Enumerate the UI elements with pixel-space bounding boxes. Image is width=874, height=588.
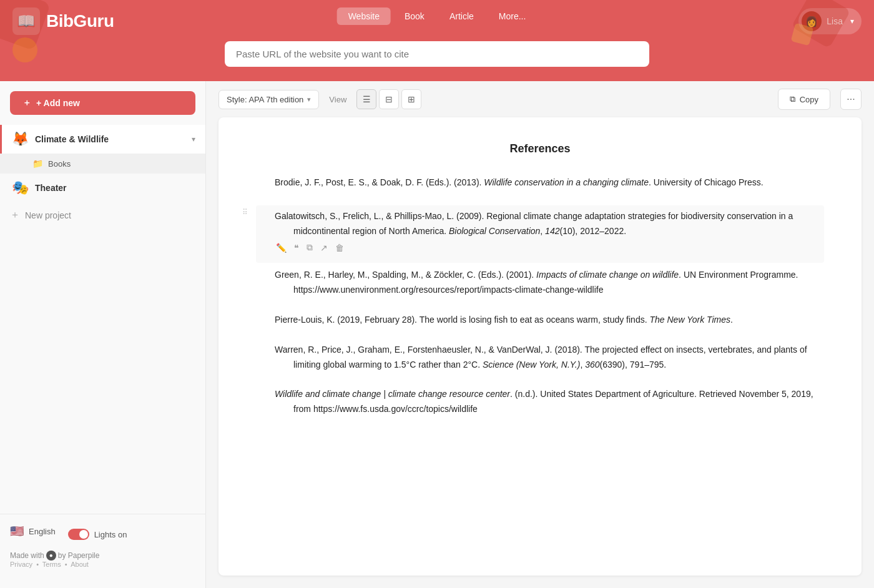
- more-button[interactable]: ···: [840, 89, 862, 110]
- table-row: Pierre-Louis, K. (2019, February 28). Th…: [275, 313, 824, 328]
- flag-icon: 🇺🇸: [10, 524, 24, 538]
- table-row: Green, R. E., Harley, M., Spalding, M., …: [275, 268, 824, 298]
- references-title: References: [256, 142, 824, 155]
- delete-icon[interactable]: 🗑: [334, 242, 345, 254]
- terms-link[interactable]: Terms: [42, 561, 61, 568]
- chevron-down-icon: ▾: [307, 96, 311, 104]
- plus-icon: ＋: [10, 208, 20, 222]
- language-label: English: [29, 527, 56, 536]
- logo[interactable]: 📖 BibGuru: [12, 7, 114, 35]
- tab-website[interactable]: Website: [337, 7, 391, 25]
- chevron-down-icon: ▾: [192, 135, 195, 144]
- tab-book[interactable]: Book: [393, 7, 436, 25]
- main-layout: ＋ + Add new 🦊 Climate & Wildlife ▾ 📁 Boo…: [0, 81, 874, 588]
- tab-article[interactable]: Article: [438, 7, 485, 25]
- logo-text: BibGuru: [46, 11, 114, 31]
- view-expanded-button[interactable]: ⊞: [401, 89, 421, 109]
- references-panel: References Brodie, J. F., Post, E. S., &…: [219, 117, 862, 576]
- table-row: ⠿ Galatowitsch, S., Frelich, L., & Phill…: [256, 205, 824, 263]
- copy-button[interactable]: ⧉ Copy: [778, 89, 830, 110]
- edit-icon[interactable]: ✏️: [275, 242, 288, 254]
- view-compact-button[interactable]: ⊟: [379, 89, 399, 109]
- table-row: Brodie, J. F., Post, E. S., & Doak, D. F…: [275, 175, 824, 190]
- style-select[interactable]: Style: APA 7th edition ▾: [219, 90, 319, 109]
- made-with: Made with ● by Paperpile: [10, 551, 195, 561]
- user-menu[interactable]: 👩 Lisa ▾: [798, 8, 862, 34]
- link-icon[interactable]: ↗: [319, 242, 329, 254]
- copy-icon: ⧉: [790, 94, 795, 104]
- style-label: Style: APA 7th edition: [227, 95, 303, 104]
- copy-ref-icon[interactable]: ⧉: [305, 241, 314, 254]
- plus-icon: ＋: [22, 97, 31, 109]
- table-row: Warren, R., Price, J., Graham, E., Forst…: [275, 343, 824, 373]
- view-list-button[interactable]: ☰: [356, 89, 376, 109]
- project-emoji: 🎭: [12, 180, 29, 196]
- avatar: 👩: [802, 11, 822, 31]
- content-area: Style: APA 7th edition ▾ View ☰ ⊟ ⊞ ⧉ Co…: [206, 81, 874, 588]
- drag-handle[interactable]: ⠿: [242, 208, 248, 217]
- tab-more[interactable]: More...: [488, 7, 538, 25]
- project-emoji: 🦊: [12, 131, 29, 147]
- project-name: Climate & Wildlife: [35, 134, 185, 144]
- sidebar: ＋ + Add new 🦊 Climate & Wildlife ▾ 📁 Boo…: [0, 81, 206, 588]
- new-project-button[interactable]: ＋ New project: [0, 202, 205, 228]
- user-name: Lisa: [827, 16, 843, 26]
- header: 📖 BibGuru Website Book Article More... 👩…: [0, 0, 874, 81]
- folder-icon: 📁: [32, 159, 43, 169]
- add-new-button[interactable]: ＋ + Add new: [10, 91, 195, 115]
- privacy-link[interactable]: Privacy: [10, 561, 32, 568]
- logo-icon: 📖: [12, 7, 40, 35]
- sidebar-item-theater[interactable]: 🎭 Theater: [0, 174, 205, 202]
- sidebar-footer: 🇺🇸 English Lights on Made with ● by Pape…: [0, 514, 205, 578]
- language-toggle[interactable]: 🇺🇸 English: [10, 524, 56, 538]
- sidebar-sub-item-books[interactable]: 📁 Books: [0, 154, 205, 174]
- toggle-switch[interactable]: [68, 529, 89, 540]
- reference-actions: ✏️ ❝ ⧉ ↗ 🗑: [275, 241, 824, 254]
- search-input[interactable]: [225, 41, 649, 67]
- lights-label: Lights on: [94, 530, 127, 539]
- view-label: View: [329, 95, 346, 104]
- quote-icon[interactable]: ❝: [293, 242, 300, 254]
- project-name: Theater: [35, 183, 195, 193]
- footer-links: Privacy • Terms • About: [10, 561, 195, 568]
- about-link[interactable]: About: [71, 561, 89, 568]
- search-bar: [225, 41, 649, 67]
- sub-item-label: Books: [48, 159, 71, 169]
- table-row: Wildlife and climate change | climate ch…: [275, 387, 824, 417]
- toolbar: Style: APA 7th edition ▾ View ☰ ⊟ ⊞ ⧉ Co…: [206, 81, 874, 117]
- sidebar-item-climate-wildlife[interactable]: 🦊 Climate & Wildlife ▾: [0, 125, 205, 154]
- paperpile-icon: ●: [46, 551, 56, 561]
- lights-toggle[interactable]: Lights on: [68, 529, 127, 540]
- chevron-down-icon: ▾: [850, 17, 854, 26]
- view-icons: ☰ ⊟ ⊞: [356, 89, 421, 109]
- nav-tabs: Website Book Article More...: [337, 7, 538, 25]
